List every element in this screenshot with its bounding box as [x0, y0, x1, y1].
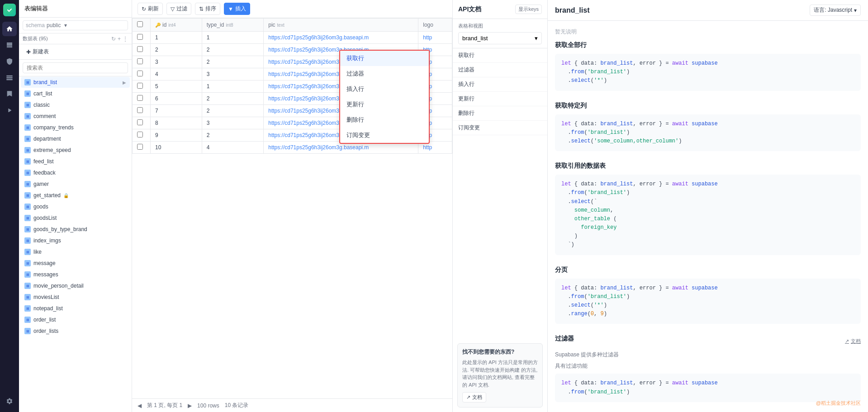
table-item-feedback[interactable]: ⊞ feedback — [21, 167, 130, 178]
api-table-select[interactable]: brand_list ▾ — [458, 32, 542, 44]
table-item-classic[interactable]: ⊞ classic — [21, 99, 130, 110]
insert-button[interactable]: ▼ 插入 — [224, 3, 250, 15]
table-item-order_list[interactable]: ⊞ order_list — [21, 314, 130, 325]
table-item-department[interactable]: ⊞ department — [21, 133, 130, 144]
row-checkbox[interactable] — [137, 119, 143, 125]
table-item-movie_person_detail[interactable]: ⊞ movie_person_detail — [21, 280, 130, 291]
row-checkbox[interactable] — [137, 132, 143, 137]
table-item-get_started[interactable]: ⊞ get_started 🔒 — [21, 190, 130, 201]
main-content: 表编辑器 schema public ▾ 数据表 (95) ↻ + ⋮ ✚ 新建… — [19, 0, 868, 412]
nav-settings[interactable] — [2, 394, 17, 408]
refresh-button[interactable]: ↻ 刷新 — [138, 3, 163, 15]
th-id: 🔑 id int4 — [151, 19, 202, 32]
table-item-like[interactable]: ⊞ like — [21, 246, 130, 257]
table-item-order_lists[interactable]: ⊞ order_lists — [21, 326, 130, 336]
cell-id: 4 — [151, 68, 202, 81]
dropdown-fetch-rows[interactable]: 获取行 — [340, 51, 429, 66]
row-checkbox[interactable] — [137, 95, 143, 101]
code-panel: brand_list 语言: Javascript ▾ 暂无说明 获取全部行 l… — [548, 0, 868, 412]
table-icon: ⊞ — [24, 90, 31, 97]
nav-functions[interactable] — [2, 87, 17, 101]
dropdown-update-rows[interactable]: 更新行 — [340, 97, 429, 112]
table-name: gamer — [33, 181, 49, 187]
cell-type_id: 2 — [202, 129, 264, 142]
row-checkbox[interactable] — [137, 34, 143, 40]
dropdown-subscribe[interactable]: 订阅变更 — [340, 128, 429, 143]
cell-type_id: 1 — [202, 81, 264, 93]
table-item-brand_list[interactable]: ⊞ brand_list ▶ — [21, 77, 130, 88]
section-title-pagination: 分页 — [555, 266, 861, 274]
more-options-btn[interactable]: ⋮ — [123, 36, 128, 42]
api-menu-item-订阅变更[interactable]: 订阅变更 — [453, 121, 547, 135]
table-item-message[interactable]: ⊞ message — [21, 258, 130, 269]
cell-id: 1 — [151, 32, 202, 44]
table-row[interactable]: 1 1 https://cd71ps25g6h3ij26om3g.baseapi… — [133, 32, 452, 44]
nav-api[interactable] — [2, 103, 17, 118]
code-panel-header: brand_list 语言: Javascript ▾ — [548, 0, 868, 21]
schema-select[interactable]: schema public ▾ — [23, 20, 128, 30]
api-menu-item-过滤器[interactable]: 过滤器 — [453, 63, 547, 77]
schema-value: public — [47, 22, 61, 28]
table-item-goods_by_type_brand[interactable]: ⊞ goods_by_type_brand — [21, 224, 130, 235]
table-item-moviesList[interactable]: ⊞ moviesList — [21, 292, 130, 303]
th-checkbox — [133, 19, 151, 32]
show-keys-button[interactable]: 显示keys — [515, 5, 542, 14]
table-name: get_started — [33, 192, 61, 199]
table-item-goodsList[interactable]: ⊞ goodsList — [21, 213, 130, 223]
api-menu-list: 获取行过滤器插入行更新行删除行订阅变更 — [453, 48, 547, 339]
select-all-checkbox[interactable] — [137, 21, 143, 27]
table-item-cart_list[interactable]: ⊞ cart_list — [21, 88, 130, 99]
api-menu-item-插入行[interactable]: 插入行 — [453, 77, 547, 92]
table-item-goods[interactable]: ⊞ goods — [21, 201, 130, 212]
insert-icon: ▼ — [228, 6, 233, 12]
table-icon: ⊞ — [24, 192, 31, 199]
filter-doc-link[interactable]: ↗ 文档 — [845, 338, 861, 345]
cell-id: 5 — [151, 81, 202, 93]
api-doc-link[interactable]: ↗ 文档 — [462, 392, 486, 403]
col-pic-type: text — [277, 23, 285, 28]
table-item-gamer[interactable]: ⊞ gamer — [21, 179, 130, 189]
table-name: department — [33, 136, 61, 142]
refresh-tables-btn[interactable]: ↻ — [111, 36, 116, 42]
dropdown-delete-rows[interactable]: 删除行 — [340, 112, 429, 128]
row-checkbox[interactable] — [137, 58, 143, 64]
cell-checkbox — [133, 129, 151, 142]
code-panel-content: 暂无说明 获取全部行 let { data: brand_list, error… — [548, 21, 868, 412]
api-menu-item-删除行[interactable]: 删除行 — [453, 106, 547, 121]
cell-type_id: 3 — [202, 117, 264, 129]
filter-button[interactable]: ▽ 过滤 — [166, 3, 191, 15]
table-item-extreme_speed[interactable]: ⊞ extreme_speed — [21, 145, 130, 156]
table-item-comment[interactable]: ⊞ comment — [21, 111, 130, 122]
table-item-feed_list[interactable]: ⊞ feed_list — [21, 156, 130, 167]
nav-table[interactable] — [2, 38, 17, 52]
table-item-company_trends[interactable]: ⊞ company_trends — [21, 122, 130, 133]
api-menu-item-获取行[interactable]: 获取行 — [453, 48, 547, 63]
sort-button[interactable]: ⇅ 排序 — [195, 3, 220, 15]
dropdown-insert-rows[interactable]: 插入行 — [340, 81, 429, 97]
new-table-button[interactable]: ✚ 新建表 — [23, 46, 128, 57]
pagination-prev[interactable]: ◀ — [138, 403, 142, 409]
row-checkbox[interactable] — [137, 71, 143, 76]
row-checkbox[interactable] — [137, 46, 143, 52]
cell-checkbox — [133, 105, 151, 117]
table-item-notepad_list[interactable]: ⊞ notepad_list — [21, 303, 130, 314]
page-info: 第 1 页, 每页 1 — [147, 402, 182, 409]
table-item-index_imgs[interactable]: ⊞ index_imgs — [21, 235, 130, 246]
search-input[interactable] — [23, 62, 128, 73]
filter-label: 过滤 — [176, 5, 187, 13]
row-checkbox[interactable] — [137, 144, 143, 150]
api-table-section: 表格和视图 brand_list ▾ — [453, 19, 547, 48]
col-pic-label: pic — [268, 22, 275, 28]
lock-icon: 🔒 — [63, 193, 69, 198]
add-table-btn[interactable]: + — [118, 36, 121, 42]
row-checkbox[interactable] — [137, 83, 143, 89]
pagination-next[interactable]: ▶ — [188, 403, 192, 409]
nav-home[interactable] — [2, 22, 17, 36]
nav-storage[interactable] — [2, 71, 17, 85]
row-checkbox[interactable] — [137, 107, 143, 113]
api-menu-item-更新行[interactable]: 更新行 — [453, 92, 547, 106]
dropdown-filter[interactable]: 过滤器 — [340, 66, 429, 81]
nav-auth[interactable] — [2, 54, 17, 69]
language-selector[interactable]: 语言: Javascript ▾ — [810, 5, 861, 16]
table-item-messages[interactable]: ⊞ messages — [21, 269, 130, 280]
